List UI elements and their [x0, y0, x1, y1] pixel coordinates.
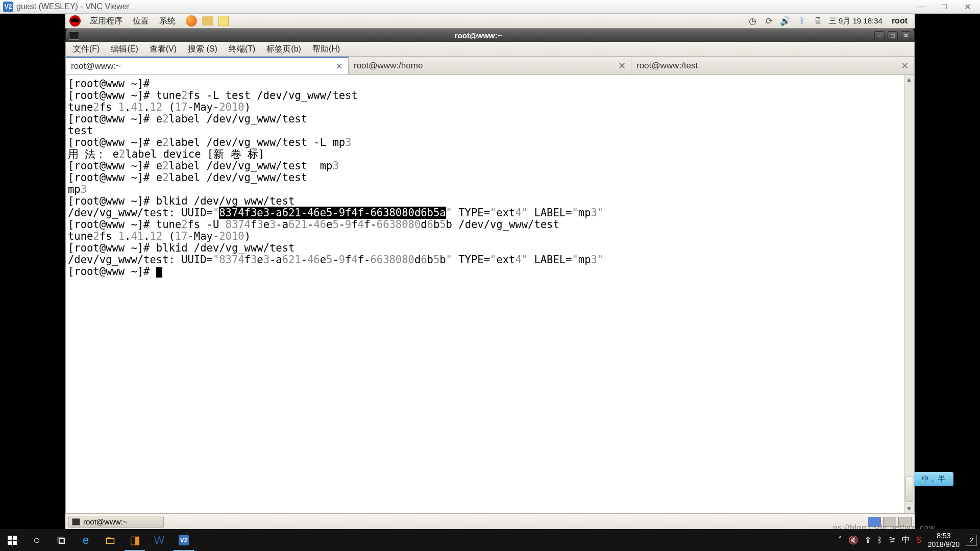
vnc-minimize-button[interactable]: —: [916, 2, 924, 12]
cpu-meter-icon[interactable]: ◷: [747, 15, 758, 27]
gedit-icon[interactable]: [218, 16, 229, 26]
action-center-icon[interactable]: 2: [966, 535, 977, 546]
firefox-icon[interactable]: [186, 15, 197, 27]
vnc-titlebar[interactable]: V2 guest (WESLEY) - VNC Viewer — □ ✕: [0, 0, 980, 14]
vnc-window: V2 guest (WESLEY) - VNC Viewer — □ ✕ 应用程…: [0, 0, 980, 529]
ime-indicator[interactable]: 中 。半: [914, 472, 953, 486]
terminal-tab-1[interactable]: root@www:/home ✕: [349, 57, 631, 74]
start-button[interactable]: [0, 529, 24, 551]
tray-wifi-icon[interactable]: ⚞: [889, 535, 896, 545]
terminal-tab-label: root@www:/test: [636, 61, 698, 71]
gnome-top-panel[interactable]: 应用程序 位置 系统 ◷ ⟳ 🔊 ᛒ 🖥 三 9月 19 18:34 root: [65, 14, 915, 29]
taskbar-terminal-button[interactable]: root@www:~: [68, 516, 164, 528]
workspace-2[interactable]: [883, 517, 896, 527]
terminal-maximize-button[interactable]: □: [888, 31, 898, 40]
vnc-title-text: guest (WESLEY) - VNC Viewer: [16, 2, 130, 11]
terminal-scrollbar[interactable]: [904, 75, 914, 513]
file-explorer-icon[interactable]: 🗀: [98, 529, 122, 551]
terminal-minimize-button[interactable]: –: [874, 31, 885, 40]
workspace-3[interactable]: [898, 517, 912, 527]
tray-ime-icon[interactable]: 中: [902, 535, 910, 545]
volume-icon[interactable]: 🔊: [780, 15, 791, 27]
workspace-switcher[interactable]: [868, 517, 915, 527]
terminal-tabs: root@www:~ ✕ root@www:/home ✕ root@www:/…: [65, 57, 915, 75]
network-icon[interactable]: 🖥: [813, 15, 824, 27]
cortana-icon[interactable]: ○: [24, 529, 49, 551]
terminal-menubar[interactable]: 文件(F) 编辑(E) 查看(V) 搜索 (S) 终端(T) 标签页(b) 帮助…: [65, 42, 915, 57]
edge-icon[interactable]: e: [74, 529, 98, 551]
tab-close-icon[interactable]: ✕: [335, 61, 343, 72]
places-menu[interactable]: 位置: [128, 16, 154, 27]
system-clock[interactable]: 8:53 2018/9/20: [928, 532, 960, 549]
tray-sogou-icon[interactable]: S: [916, 536, 922, 545]
terminal-icon: [69, 32, 79, 40]
terminal-tab-2[interactable]: root@www:/test ✕: [631, 57, 914, 74]
nautilus-icon[interactable]: [202, 16, 213, 26]
user-menu[interactable]: root: [888, 16, 912, 26]
terminal-tab-0[interactable]: root@www:~ ✕: [66, 57, 349, 74]
menu-edit[interactable]: 编辑(E): [106, 43, 143, 56]
terminal-cursor: [156, 267, 162, 278]
gnome-bottom-panel[interactable]: root@www:~: [65, 514, 915, 529]
terminal-tab-label: root@www:~: [71, 61, 121, 71]
clock[interactable]: 三 9月 19 18:34: [829, 16, 883, 26]
windows-taskbar[interactable]: ○ ⧉ e 🗀 ◨ W V2 ˄ 🔇 ⇪ ᛒ ⚞ 中 S 8:53 2018/9…: [0, 529, 980, 551]
bluetooth-icon[interactable]: ᛒ: [796, 15, 807, 27]
tab-close-icon[interactable]: ✕: [901, 60, 909, 71]
workspace-1[interactable]: [868, 517, 881, 527]
menu-tabs[interactable]: 标签页(b): [261, 43, 306, 56]
tray-chevron-icon[interactable]: ˄: [838, 535, 842, 545]
task-view-icon[interactable]: ⧉: [49, 529, 74, 551]
tray-bluetooth-icon[interactable]: ᛒ: [877, 536, 883, 545]
vnc-viewer-taskbar-icon[interactable]: V2: [172, 529, 196, 551]
applications-menu[interactable]: 应用程序: [85, 16, 128, 27]
tray-usb-icon[interactable]: ⇪: [865, 535, 871, 545]
remote-desktop: 应用程序 位置 系统 ◷ ⟳ 🔊 ᛒ 🖥 三 9月 19 18:34 root: [65, 14, 915, 529]
word-icon[interactable]: W: [147, 529, 172, 551]
terminal-titlebar[interactable]: root@www:~ – □ ✕: [65, 29, 915, 42]
redhat-logo-icon[interactable]: [69, 15, 81, 27]
vnc-icon: V2: [3, 2, 13, 12]
terminal-close-button[interactable]: ✕: [901, 31, 911, 40]
terminal-tab-label: root@www:/home: [354, 61, 423, 71]
menu-file[interactable]: 文件(F): [68, 43, 105, 56]
vmware-icon[interactable]: ◨: [122, 529, 147, 551]
terminal-window-title: root@www:~: [82, 31, 874, 40]
vnc-maximize-button[interactable]: □: [942, 2, 947, 12]
terminal-output[interactable]: [root@www ~]# [root@www ~]# tune2fs -L t…: [66, 75, 904, 513]
menu-search[interactable]: 搜索 (S): [183, 43, 223, 56]
menu-help[interactable]: 帮助(H): [307, 43, 345, 56]
terminal-icon: [72, 518, 80, 525]
menu-terminal[interactable]: 终端(T): [224, 43, 260, 56]
menu-view[interactable]: 查看(V): [144, 43, 182, 56]
task-label: root@www:~: [83, 517, 128, 526]
tab-close-icon[interactable]: ✕: [618, 60, 626, 71]
vnc-close-button[interactable]: ✕: [964, 2, 971, 12]
tray-volume-icon[interactable]: 🔇: [848, 535, 859, 545]
update-icon[interactable]: ⟳: [764, 15, 775, 27]
system-menu[interactable]: 系统: [154, 16, 181, 27]
windows-logo-icon: [8, 536, 17, 545]
scrollbar-thumb[interactable]: [905, 477, 913, 502]
